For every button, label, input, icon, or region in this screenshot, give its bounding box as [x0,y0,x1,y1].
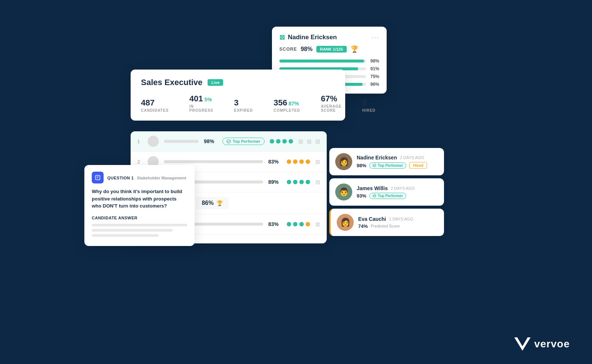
score-dot [282,139,287,144]
name-row: James Willis 2 DAYS AGO [357,185,438,191]
stat-value: 487 [141,98,169,108]
recent-candidate-item[interactable]: 👩 Eva Cauchi 1 DAYS AGO 74% Predicted Sc… [329,209,444,236]
time-ago: 2 DAYS AGO [400,155,424,160]
candidate-score: 89% [268,179,282,185]
heart-icon[interactable]: ⊠ [315,138,320,145]
score-dot [293,159,297,164]
progress-pct: 96% [369,82,379,87]
stat-label: AVERAGE SCORE [321,104,342,112]
recent-candidate-item[interactable]: 👩 Nadine Ericksen 2 DAYS AGO 98% Top Per… [329,148,444,175]
score-card-header: ⊠ Nadine Ericksen ··· [279,33,379,41]
score-row: 74% Predicted Score [358,223,438,229]
question-card: QUESTION 1 Stakeholder Management Why do… [84,165,195,246]
progress-pct: 91% [369,66,379,71]
job-stats: 487 CANDIDATES 401 5% IN PROGRESS 3 EXPI… [141,94,335,112]
bookmark-icon[interactable]: ⊠ [315,158,320,165]
candidate-score: 98% [357,163,366,168]
answer-line-3 [92,234,159,237]
job-title-row: Sales Executive Live [141,78,335,87]
stat-item-expired: 3 EXPIRED [234,98,253,112]
candidate-dots [287,159,310,164]
name-row: Eva Cauchi 1 DAYS AGO [358,216,438,222]
recent-candidates-card: 👩 Nadine Ericksen 2 DAYS AGO 98% Top Per… [329,148,444,236]
score-dot [287,180,291,184]
score-meta: SCORE 98% RANK 1/125 🏆 [279,45,379,53]
score-dot [276,139,280,144]
avatar: 👩 [337,214,354,231]
candidate-actions: ⊠ [315,179,320,186]
score-dot [299,180,304,184]
time-ago: 1 DAYS AGO [389,217,413,221]
rank-badge: RANK 1/125 [316,46,347,53]
svg-rect-1 [95,175,100,180]
job-card: Sales Executive Live 487 CANDIDATES 401 … [131,70,345,121]
progress-row-1: 98% [279,58,379,64]
candidate-number: 1 [137,139,142,144]
candidate-actions: ⊠ [315,221,320,228]
top-performer-badge: Top Performer [369,193,406,199]
candidate-score: 83% [268,159,282,165]
candidate-score: 83% [268,221,282,227]
job-title: Sales Executive [141,78,202,87]
stat-label: HIRED [362,108,376,112]
bookmark-icon[interactable]: ⊠ [298,138,303,145]
stat-item-completed: 356 87% COMPLETED [273,98,300,112]
vervoe-v-icon [514,337,531,351]
progress-pct: 98% [369,58,379,64]
score-row: 93% Top Performer [357,193,438,199]
candidate-number: 2 [137,159,142,165]
score-box-value: 86% [202,200,213,206]
score-dot [289,139,293,144]
vervoe-logo: vervoe [514,337,570,351]
predicted-label: Predicted Score [371,224,400,228]
question-icon [92,172,104,183]
candidate-info: Nadine Ericksen 2 DAYS AGO 98% Top Perfo… [357,155,438,169]
stat-value: 67% [321,94,342,104]
score-dot [306,159,310,164]
candidate-info: Eva Cauchi 1 DAYS AGO 74% Predicted Scor… [358,216,438,229]
candidate-row[interactable]: 1 98% Top Performer ⊠⊠⊠ [131,131,327,152]
candidate-name: Eva Cauchi [358,216,386,222]
stat-item-candidates: 487 CANDIDATES [141,98,169,112]
stat-label: EXPIRED [234,108,253,112]
bookmark-icon[interactable]: ⊠ [315,179,320,186]
bookmark-icon[interactable]: ⊠ [315,221,320,228]
progress-bar-bg [279,60,366,63]
candidate-dots [270,139,293,144]
stat-value: 2 [362,98,376,108]
score-dot [293,222,297,226]
candidate-name: ⊠ Nadine Ericksen [279,33,337,41]
vervoe-brand-text: vervoe [534,338,570,350]
progress-bar-fill [279,60,364,63]
candidate-answer-section: CANDIDATE ANSWER [92,216,187,237]
name-row: Nadine Ericksen 2 DAYS AGO [357,155,438,161]
candidate-name-placeholder [164,140,199,143]
time-ago: 2 DAYS AGO [391,186,415,191]
candidate-actions: ⊠⊠⊠ [298,138,320,145]
top-performer-badge: Top Performer [222,138,265,145]
recent-candidate-item[interactable]: 👨 James Willis 2 DAYS AGO 93% Top Perfor… [329,178,444,206]
top-performer-badge: Top Performer [369,162,406,169]
candidate-score: 93% [357,193,366,199]
score-dot [299,159,304,164]
avatar: 👩 [335,153,352,170]
progress-pct: 75% [369,74,379,79]
message-icon[interactable]: ⊠ [307,138,312,145]
candidate-actions: ⊠ [315,158,320,165]
stat-item-in-progress: 401 5% IN PROGRESS [189,94,213,112]
candidate-dots [287,222,310,226]
avatar: 👨 [335,183,352,200]
hired-badge: Hired [409,162,427,169]
stat-item-average-score: 67% AVERAGE SCORE [321,94,342,112]
more-options-icon[interactable]: ··· [371,34,379,41]
svg-marker-6 [514,337,531,351]
score-dot [270,139,274,144]
score-dot [287,222,291,226]
stat-value: 401 5% [189,94,213,104]
candidate-score: 74% [358,223,368,229]
candidate-name: James Willis [357,185,388,191]
score-box: 86% 🏆 [196,197,229,209]
score-dot [287,159,291,164]
bookmark-icon: ⊠ [279,33,285,41]
trophy-icon-sm: 🏆 [216,200,223,206]
